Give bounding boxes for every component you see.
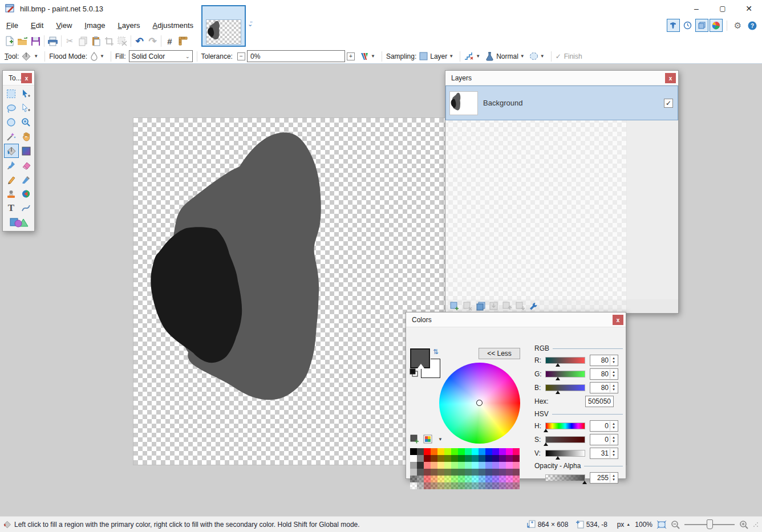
palette-swatch[interactable] — [451, 455, 458, 462]
palette-swatch[interactable] — [506, 462, 513, 469]
palette-swatch[interactable] — [424, 476, 431, 482]
menu-layers[interactable]: Layers — [111, 18, 146, 33]
palette-menu-dropdown-arrow[interactable]: ▼ — [438, 437, 443, 442]
palette-swatch[interactable] — [431, 462, 437, 469]
palette-swatch[interactable] — [499, 469, 506, 476]
merge-layer-down-button[interactable] — [489, 302, 499, 311]
palette-swatch[interactable] — [499, 482, 506, 489]
g-slider[interactable] — [545, 371, 585, 377]
layer-properties-wrench-button[interactable] — [529, 302, 538, 311]
tool-pencil[interactable] — [4, 172, 19, 186]
flood-mode-dropdown-arrow[interactable]: ▼ — [100, 54, 104, 59]
delete-layer-button[interactable] — [463, 302, 473, 311]
fill-style-select[interactable]: Solid Color ⌄ — [129, 50, 193, 62]
menu-file[interactable]: File — [0, 18, 25, 33]
palette-swatch[interactable] — [431, 476, 437, 482]
palette-swatch[interactable] — [479, 448, 485, 455]
colors-window-titlebar[interactable]: Colors x — [406, 312, 626, 327]
tool-gradient[interactable] — [19, 144, 34, 158]
move-layer-down-button[interactable] — [516, 302, 525, 311]
tool-eraser[interactable] — [19, 158, 34, 172]
image-tab-hill-bmp[interactable] — [201, 5, 246, 47]
swap-colors-icon[interactable]: ⇅ — [433, 348, 439, 356]
zoom-slider[interactable] — [684, 524, 735, 525]
tolerance-slider[interactable]: 0% — [247, 50, 345, 62]
palette-swatch[interactable] — [410, 462, 417, 469]
palette-swatch[interactable] — [506, 482, 513, 489]
tool-pan[interactable] — [19, 129, 34, 144]
palette-swatch[interactable] — [513, 455, 520, 462]
tool-magic-wand[interactable] — [4, 129, 19, 144]
s-slider[interactable] — [545, 436, 585, 443]
palette-swatch[interactable] — [451, 462, 458, 469]
b-slider[interactable] — [545, 384, 585, 391]
palette-swatch[interactable] — [431, 448, 437, 455]
b-input[interactable]: 80▲▼ — [590, 382, 618, 393]
v-slider[interactable] — [545, 450, 585, 457]
toggle-history-window[interactable] — [681, 19, 694, 32]
open-file-button[interactable] — [16, 34, 29, 48]
palette-swatch[interactable] — [465, 448, 472, 455]
crop-button[interactable] — [103, 34, 116, 48]
tool-paint-bucket[interactable] — [4, 144, 19, 158]
minimize-button[interactable]: – — [683, 0, 710, 17]
palette-swatch[interactable] — [479, 482, 485, 489]
palette-swatch[interactable] — [424, 455, 431, 462]
paste-button[interactable] — [90, 34, 103, 48]
palette-swatch[interactable] — [492, 476, 499, 482]
tool-clone-stamp[interactable] — [4, 186, 19, 201]
menu-adjustments[interactable]: Adjustments — [147, 18, 200, 33]
palette-swatch[interactable] — [437, 462, 444, 469]
palette-swatch[interactable] — [485, 482, 492, 489]
undo-button[interactable]: ↶ — [133, 34, 146, 48]
maximize-button[interactable]: ▢ — [710, 0, 736, 17]
tools-window-titlebar[interactable]: To... x — [3, 71, 34, 86]
palette-swatch[interactable] — [465, 482, 472, 489]
palette-swatch[interactable] — [431, 482, 437, 489]
primary-color-swatch[interactable] — [410, 348, 430, 368]
palette-swatch[interactable] — [506, 469, 513, 476]
new-file-button[interactable] — [3, 34, 16, 48]
palette-swatch[interactable] — [451, 482, 458, 489]
spinner-arrows[interactable]: ▲▼ — [610, 356, 617, 365]
palette-swatch[interactable] — [437, 448, 444, 455]
palette-swatch[interactable] — [465, 469, 472, 476]
palette-swatch[interactable] — [431, 469, 437, 476]
add-to-palette-button[interactable] — [410, 434, 419, 444]
tool-color-picker[interactable] — [19, 172, 34, 186]
palette-swatch[interactable] — [458, 455, 465, 462]
less-button[interactable]: << Less — [479, 348, 520, 359]
palette-swatch[interactable] — [444, 476, 451, 482]
toggle-tools-window[interactable] — [667, 19, 680, 32]
palette-menu-button[interactable] — [423, 434, 432, 444]
ruler-toggle-button[interactable] — [176, 34, 189, 48]
tool-ellipse-select[interactable] — [4, 115, 19, 129]
palette-swatch[interactable] — [424, 462, 431, 469]
palette-swatch[interactable] — [465, 462, 472, 469]
palette-swatch[interactable] — [472, 455, 479, 462]
palette-swatch[interactable] — [479, 469, 485, 476]
palette-swatch[interactable] — [444, 448, 451, 455]
tool-move-selection[interactable] — [19, 101, 34, 115]
tool-line-curve[interactable] — [19, 201, 34, 215]
tool-lasso-select[interactable] — [4, 101, 19, 115]
save-button[interactable] — [29, 34, 42, 48]
layer-visibility-checkbox[interactable]: ✓ — [664, 99, 673, 108]
palette-swatch[interactable] — [485, 469, 492, 476]
v-input[interactable]: 31▲▼ — [590, 448, 618, 459]
palette-swatch[interactable] — [472, 469, 479, 476]
palette-swatch[interactable] — [410, 469, 417, 476]
toggle-colors-window[interactable] — [710, 19, 723, 32]
palette-swatch[interactable] — [485, 448, 492, 455]
add-layer-button[interactable] — [450, 302, 460, 311]
deselect-button[interactable] — [116, 34, 129, 48]
menu-view[interactable]: View — [50, 18, 78, 33]
colors-window-close-button[interactable]: x — [613, 315, 623, 325]
r-slider[interactable] — [545, 357, 585, 364]
palette-swatch[interactable] — [424, 482, 431, 489]
units-dropdown[interactable]: px ▲ — [617, 521, 631, 529]
palette-swatch[interactable] — [417, 482, 424, 489]
help-button[interactable]: ? — [745, 19, 759, 32]
s-input[interactable]: 0▲▼ — [590, 434, 618, 445]
palette-swatch[interactable] — [444, 455, 451, 462]
